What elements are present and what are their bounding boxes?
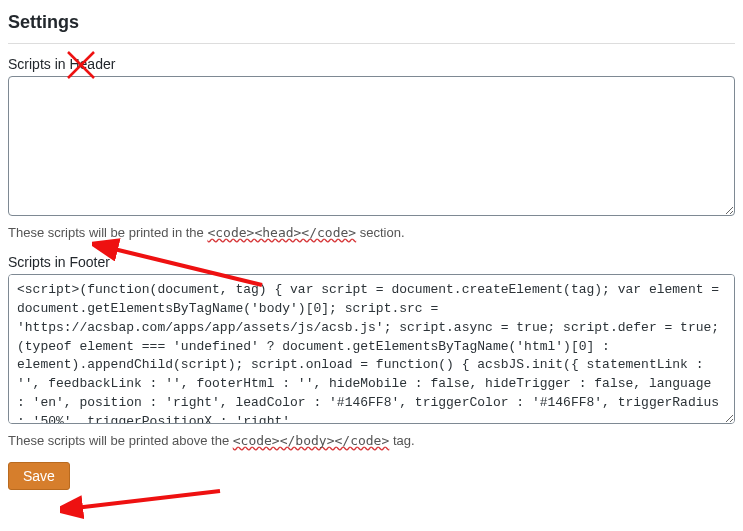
code-head: <code><head></code> <box>207 225 356 240</box>
footer-scripts-textarea[interactable] <box>8 274 735 424</box>
divider <box>8 43 735 44</box>
code-body: <code></body></code> <box>233 433 390 448</box>
footer-scripts-label: Scripts in Footer <box>8 254 735 270</box>
footer-help-text: These scripts will be printed above the … <box>8 433 735 448</box>
save-button[interactable]: Save <box>8 462 70 490</box>
header-help-text: These scripts will be printed in the <co… <box>8 225 735 240</box>
svg-line-3 <box>75 491 220 498</box>
annotation-arrow-icon <box>60 486 230 498</box>
header-scripts-label: Scripts in Header <box>8 56 735 72</box>
header-scripts-textarea[interactable] <box>8 76 735 216</box>
page-title: Settings <box>8 12 735 33</box>
